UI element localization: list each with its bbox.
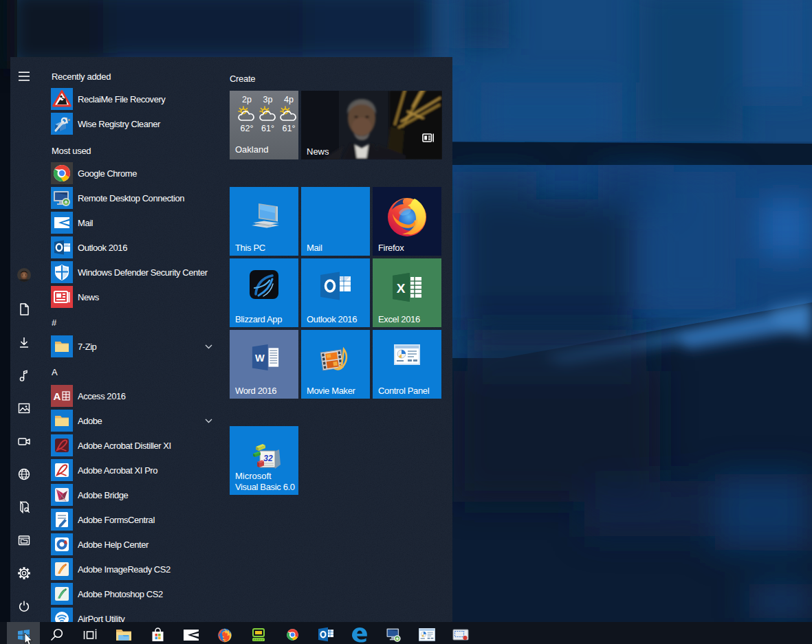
svg-text:A: A xyxy=(54,390,61,402)
svg-text:32: 32 xyxy=(263,454,273,463)
svg-text:X: X xyxy=(397,281,406,296)
svg-text:W: W xyxy=(255,353,265,364)
